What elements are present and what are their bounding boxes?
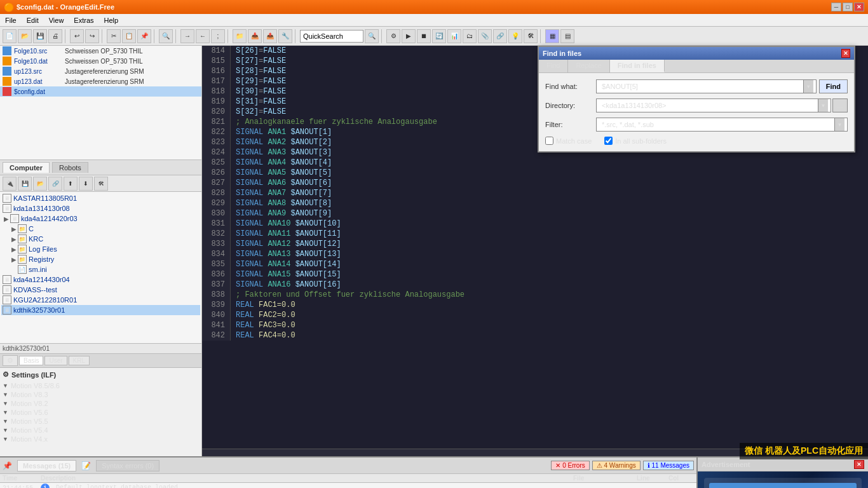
tree-item-logfiles[interactable]: ▶ 📁 Log Files [1, 244, 200, 254]
tree-btn2[interactable]: 💾 [18, 177, 32, 191]
expander-reg[interactable]: ▶ [10, 256, 18, 263]
setting-motion-v83[interactable]: Motion V8.3 [3, 390, 199, 399]
menu-file[interactable]: File [0, 15, 22, 25]
toolbar-extra2[interactable]: ▶ [402, 29, 416, 43]
setting-motion-v56[interactable]: Motion V5.6 [3, 408, 199, 417]
message-row[interactable]: 21:44:55 i Default longtext database loa… [0, 483, 696, 488]
tree-item-kastar[interactable]: 🖥 KASTAR113805R01 [1, 193, 200, 203]
expander-krc[interactable]: ▶ [10, 236, 18, 243]
badge-errors[interactable]: ✕ 0 Errors [551, 461, 589, 470]
find-what-value[interactable]: $ANOUT[5] [599, 83, 803, 90]
fd-tab-findinfiles[interactable]: Find in files [610, 60, 665, 72]
expander-icon[interactable]: ▶ [3, 215, 10, 222]
subfolder-checkbox[interactable] [604, 137, 613, 145]
setting-motion-v85[interactable]: Motion V8.5/8.6 [3, 381, 199, 390]
file-item-folge10src[interactable]: Folge10.src Schweissen OP_5730 THIL [0, 46, 201, 56]
file-item-up123src[interactable]: up123.src Justagereferenzierung SRM [0, 66, 201, 76]
setting-motion-v4x[interactable]: Motion V4.x [3, 435, 199, 444]
toolbar-extra5[interactable]: 📊 [447, 29, 461, 43]
menu-edit[interactable]: Edit [22, 15, 44, 25]
filter-arrow[interactable]: ▼ [834, 118, 844, 131]
directory-value[interactable]: <kda1a1314130r08> [599, 102, 818, 109]
quicksearch-button[interactable]: 🔍 [365, 29, 379, 43]
tree-item-smini[interactable]: 📄 sm.ini [1, 264, 200, 274]
tree-item-kda4a2[interactable]: 🖥 kda4a1214430r04 [1, 274, 200, 285]
fd-tab-replace[interactable]: Replace [568, 60, 609, 72]
close-button[interactable]: ✕ [854, 3, 864, 11]
file-item-folge10dat[interactable]: Folge10.dat Schweissen OP_5730 THIL [0, 56, 201, 66]
browse-button[interactable]: ... [832, 98, 848, 112]
menu-help[interactable]: Help [99, 15, 124, 25]
toolbar-extra9[interactable]: 💡 [508, 29, 522, 43]
cut-button[interactable]: ✂ [107, 29, 121, 43]
new-button[interactable]: 📄 [3, 29, 17, 43]
filter-value[interactable]: *.src, *.dat, *.sub [599, 121, 834, 128]
open-button[interactable]: 📂 [18, 29, 32, 43]
tree-btn3[interactable]: 📂 [33, 177, 47, 191]
toolbar-extra7[interactable]: 📎 [478, 29, 492, 43]
toolbar-btn3[interactable]: 📤 [263, 29, 277, 43]
tree-btn6[interactable]: ⬇ [79, 177, 93, 191]
setting-motion-v82[interactable]: Motion V8.2 [3, 399, 199, 408]
tree-btn5[interactable]: ⬆ [64, 177, 78, 191]
tree-item-registry[interactable]: ▶ 📁 Registry [1, 254, 200, 264]
badge-warnings[interactable]: ⚠ 4 Warnings [592, 461, 641, 470]
outdent-button[interactable]: ← [196, 29, 210, 43]
tab-syntax[interactable]: Syntax errors (0) [96, 460, 159, 471]
tab-basis[interactable]: Basis [19, 356, 43, 365]
minimize-button[interactable]: ─ [831, 3, 841, 11]
tree-item-kdvass[interactable]: 🖥 KDVASS--test [1, 285, 200, 295]
match-case-checkbox[interactable] [545, 137, 553, 145]
toolbar-extra8[interactable]: 🔗 [493, 29, 507, 43]
fd-tab-find[interactable]: Find [539, 60, 568, 72]
find-what-arrow[interactable]: ▼ [803, 80, 813, 93]
menu-extras[interactable]: Extras [69, 15, 98, 25]
expander-c[interactable]: ▶ [10, 226, 18, 233]
ad-close-button[interactable]: ✕ [854, 460, 864, 469]
quicksearch-input[interactable] [300, 30, 363, 43]
find-dialog-close-button[interactable]: ✕ [841, 49, 850, 58]
tree-tab-robots[interactable]: Robots [52, 162, 88, 173]
toolbar-extra1[interactable]: ⚙ [386, 29, 400, 43]
tab-user[interactable]: User [44, 356, 67, 365]
toolbar-btn4[interactable]: 🔧 [278, 29, 292, 43]
match-case-label[interactable]: Match case [545, 137, 592, 145]
tree-item-kdthik[interactable]: 🖥 kdthik325730r01 [1, 305, 200, 315]
expander-log[interactable]: ▶ [10, 246, 18, 253]
file-item-config[interactable]: $config.dat [0, 86, 201, 97]
directory-arrow[interactable]: ▼ [818, 99, 828, 112]
setting-motion-v55[interactable]: Motion V5.5 [3, 417, 199, 426]
redo-button[interactable]: ↪ [85, 29, 99, 43]
undo-button[interactable]: ↩ [70, 29, 84, 43]
tree-item-kda4a[interactable]: ▶ 🖥 kda4a1214420r03 [1, 214, 200, 224]
subfolder-label[interactable]: In all sub-folders [604, 137, 667, 145]
tree-btn1[interactable]: 🔌 [3, 177, 17, 191]
find-execute-button[interactable]: Find [819, 79, 848, 93]
print-button[interactable]: 🖨 [48, 29, 62, 43]
menu-view[interactable]: View [44, 15, 69, 25]
maximize-button[interactable]: □ [843, 3, 853, 11]
tree-tab-computer[interactable]: Computer [3, 162, 50, 173]
toolbar-btn1[interactable]: 📁 [233, 29, 247, 43]
toolbar-extra6[interactable]: 🗂 [463, 29, 477, 43]
setting-motion-v54[interactable]: Motion V5.4 [3, 426, 199, 435]
toolbar-extra4[interactable]: 🔄 [432, 29, 446, 43]
badge-messages[interactable]: ℹ 11 Messages [643, 461, 694, 470]
comment-button[interactable]: ; [211, 29, 225, 43]
toolbar-btn2[interactable]: 📥 [248, 29, 262, 43]
find-button[interactable]: 🔍 [159, 29, 173, 43]
tab-krl[interactable]: KRL [69, 356, 90, 365]
view-btn2[interactable]: ▤ [560, 29, 574, 43]
tab-messages[interactable]: Messages (15) [17, 460, 76, 471]
tree-btn7[interactable]: 🛠 [94, 177, 108, 191]
tree-btn4[interactable]: 🔗 [48, 177, 62, 191]
toolbar-extra3[interactable]: ⏹ [417, 29, 431, 43]
indent-button[interactable]: → [180, 29, 194, 43]
tree-item-kgu2a[interactable]: 🖥 KGU2A2122810R01 [1, 295, 200, 305]
toolbar-extra10[interactable]: 🛠 [524, 29, 538, 43]
paste-button[interactable]: 📌 [137, 29, 151, 43]
copy-button[interactable]: 📋 [122, 29, 136, 43]
view-btn1[interactable]: ▦ [545, 29, 559, 43]
tree-item-krc[interactable]: ▶ 📁 KRC [1, 234, 200, 244]
tree-item-c[interactable]: ▶ 📁 C [1, 224, 200, 234]
